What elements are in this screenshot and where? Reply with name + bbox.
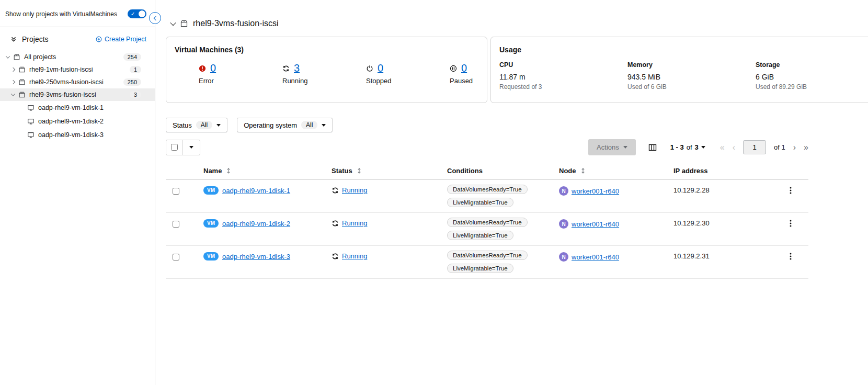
row-checkbox[interactable] xyxy=(173,254,179,261)
sort-icon[interactable] xyxy=(580,167,586,174)
vm-kind-badge: VM xyxy=(203,186,219,195)
tree-item-all-projects[interactable]: All projects 254 xyxy=(0,51,155,63)
select-all-checkbox[interactable] xyxy=(171,144,178,151)
items-range: 1 - 3 xyxy=(670,143,684,151)
caret-down-icon xyxy=(623,146,627,149)
vm-icon xyxy=(27,118,35,125)
vm-name-link[interactable]: oadp-rhel9-vm-1disk-1 xyxy=(222,187,290,195)
row-checkbox[interactable] xyxy=(173,188,179,195)
tree-item-label: rhel9-1vm-fusion-iscsi xyxy=(29,66,93,73)
tree-item-vm-3[interactable]: oadp-rhel9-vm-1disk-3 xyxy=(0,128,155,142)
status-filter-dropdown[interactable]: Status All xyxy=(166,118,227,132)
metric-memory: Memory 943.5 MiB Used of 6 GiB xyxy=(627,61,756,90)
chevron-right-icon[interactable] xyxy=(11,67,15,72)
sync-icon xyxy=(332,253,339,260)
caret-down-icon xyxy=(216,124,221,127)
vm-status-link[interactable]: Running xyxy=(342,186,367,194)
sync-icon xyxy=(282,65,290,72)
vm-kind-badge: VM xyxy=(203,252,219,261)
first-page-button[interactable]: « xyxy=(720,143,725,152)
vm-status-link[interactable]: Running xyxy=(342,219,367,227)
power-off-icon xyxy=(366,65,373,72)
tree-item-project-3-selected[interactable]: rhel9-3vms-fusion-iscsi 3 xyxy=(0,88,155,101)
row-kebab-menu-button[interactable] xyxy=(784,219,797,228)
tree-item-project-2[interactable]: rhel9-250vms-fusion-iscsi 250 xyxy=(0,76,155,88)
chevron-right-icon[interactable] xyxy=(11,80,15,84)
create-project-label: Create Project xyxy=(105,36,146,43)
sidebar-filter-row: Show only projects with VirtualMachines … xyxy=(0,0,155,27)
column-header-ip: IP address xyxy=(673,167,773,175)
node-link[interactable]: worker001-r640 xyxy=(572,253,619,261)
page-title: rhel9-3vms-fusion-iscsi xyxy=(193,19,279,28)
section-chevron-down-icon[interactable] xyxy=(170,20,176,26)
project-icon xyxy=(18,78,26,86)
stopped-count-link[interactable]: 0 xyxy=(378,62,383,74)
sync-icon xyxy=(332,187,339,194)
usage-card: Usage CPU 11.87 m Requested of 3 Memory … xyxy=(490,37,868,103)
node-link[interactable]: worker001-r640 xyxy=(572,220,619,228)
tree-item-project-1[interactable]: rhel9-1vm-fusion-iscsi 1 xyxy=(0,63,155,76)
vm-icon xyxy=(27,104,35,111)
status-filter-label: Status xyxy=(173,121,192,129)
per-page-dropdown[interactable]: 1 - 3 of 3 xyxy=(670,143,705,151)
items-total: 3 xyxy=(695,143,699,151)
tree-item-vm-2[interactable]: oadp-rhel9-vm-1disk-2 xyxy=(0,115,155,128)
column-header-name[interactable]: Name xyxy=(203,167,332,175)
sort-icon[interactable] xyxy=(225,167,232,174)
node-link[interactable]: worker001-r640 xyxy=(572,187,619,195)
create-project-button[interactable]: Create Project xyxy=(96,36,146,43)
sync-icon xyxy=(332,220,339,227)
error-count-link[interactable]: 0 xyxy=(210,62,216,74)
stat-label: Error xyxy=(199,77,282,85)
paused-count-link[interactable]: 0 xyxy=(461,62,467,74)
tree-item-label: All projects xyxy=(24,53,56,61)
table-row: VM oadp-rhel9-vm-1disk-2 Running DataVol… xyxy=(166,213,808,246)
projects-header-label: Projects xyxy=(22,35,49,43)
next-page-button[interactable]: › xyxy=(793,143,796,152)
chevron-down-icon[interactable] xyxy=(11,92,15,96)
collapse-sidebar-button[interactable] xyxy=(149,12,161,24)
project-count-badge: 3 xyxy=(130,91,141,98)
collapse-all-icon[interactable] xyxy=(10,36,17,42)
kebab-icon xyxy=(786,186,795,195)
page-of-label: of 1 xyxy=(774,143,785,151)
error-status-icon xyxy=(199,65,206,72)
column-header-status[interactable]: Status xyxy=(332,167,447,175)
os-filter-dropdown[interactable]: Operating system All xyxy=(237,118,333,132)
vm-kind-badge: VM xyxy=(203,219,219,228)
table-columns-icon xyxy=(648,143,657,152)
current-page-input[interactable] xyxy=(743,140,766,154)
row-kebab-menu-button[interactable] xyxy=(784,186,797,195)
vm-card-title: Virtual Machines (3) xyxy=(175,46,478,54)
chevron-down-icon[interactable] xyxy=(6,54,10,58)
vm-ip-address: 10.129.2.28 xyxy=(673,186,773,194)
stat-error: 0 Error xyxy=(199,62,282,85)
previous-page-button[interactable]: ‹ xyxy=(733,143,735,152)
os-filter-value-badge: All xyxy=(301,121,317,129)
bulk-select-control xyxy=(166,140,200,155)
project-icon xyxy=(18,66,26,73)
project-icon xyxy=(18,91,26,98)
show-only-vm-projects-toggle[interactable]: ✓ xyxy=(128,9,146,18)
caret-down-icon xyxy=(322,124,326,127)
project-count-badge: 254 xyxy=(123,53,141,61)
vm-name-link[interactable]: oadp-rhel9-vm-1disk-2 xyxy=(222,220,290,228)
vm-name-link[interactable]: oadp-rhel9-vm-1disk-3 xyxy=(222,253,290,261)
condition-label: LiveMigratable=True xyxy=(447,264,513,273)
sort-icon[interactable] xyxy=(356,167,362,174)
project-count-badge: 1 xyxy=(130,66,141,73)
running-count-link[interactable]: 3 xyxy=(294,62,300,74)
actions-button[interactable]: Actions xyxy=(588,139,636,155)
tree-item-label: oadp-rhel9-vm-1disk-1 xyxy=(38,104,104,111)
column-header-node[interactable]: Node xyxy=(559,167,673,175)
row-kebab-menu-button[interactable] xyxy=(784,252,797,261)
last-page-button[interactable]: » xyxy=(804,143,808,152)
stat-stopped: 0 Stopped xyxy=(366,62,450,85)
row-checkbox[interactable] xyxy=(173,221,179,228)
kebab-icon xyxy=(786,252,795,261)
node-kind-badge: N xyxy=(559,219,568,229)
manage-columns-button[interactable] xyxy=(647,142,658,152)
bulk-select-dropdown[interactable] xyxy=(182,140,200,155)
tree-item-vm-1[interactable]: oadp-rhel9-vm-1disk-1 xyxy=(0,101,155,115)
vm-status-link[interactable]: Running xyxy=(342,252,367,260)
